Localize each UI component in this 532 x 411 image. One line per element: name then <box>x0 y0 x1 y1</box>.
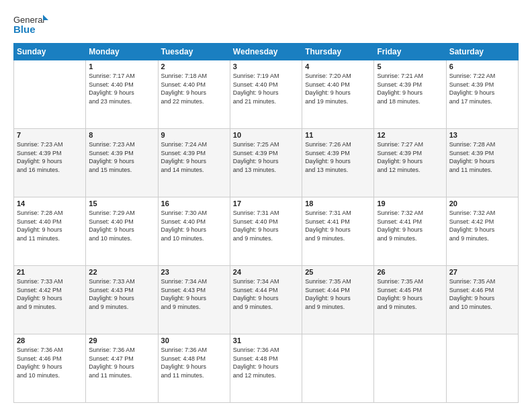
day-number: 29 <box>89 336 154 345</box>
day-info: Sunrise: 7:31 AMSunset: 4:40 PMDaylight:… <box>233 209 299 242</box>
calendar-cell: 3Sunrise: 7:19 AMSunset: 4:40 PMDaylight… <box>230 60 302 129</box>
weekday-header-thursday: Thursday <box>302 44 374 60</box>
day-info: Sunrise: 7:20 AMSunset: 4:40 PMDaylight:… <box>305 72 371 105</box>
day-number: 6 <box>449 62 515 71</box>
day-number: 18 <box>305 199 371 208</box>
day-info: Sunrise: 7:30 AMSunset: 4:40 PMDaylight:… <box>161 209 227 242</box>
header: General Blue <box>13 12 519 38</box>
day-info: Sunrise: 7:35 AMSunset: 4:46 PMDaylight:… <box>449 277 515 311</box>
day-number: 11 <box>305 131 371 139</box>
day-info: Sunrise: 7:31 AMSunset: 4:41 PMDaylight:… <box>305 209 371 242</box>
day-info: Sunrise: 7:36 AMSunset: 4:48 PMDaylight:… <box>161 346 227 379</box>
day-info: Sunrise: 7:36 AMSunset: 4:46 PMDaylight:… <box>17 346 83 379</box>
day-number: 16 <box>161 199 227 208</box>
day-info: Sunrise: 7:36 AMSunset: 4:47 PMDaylight:… <box>89 346 154 379</box>
calendar-week-row: 21Sunrise: 7:33 AMSunset: 4:42 PMDayligh… <box>14 266 519 334</box>
day-number: 23 <box>161 268 227 276</box>
day-number: 28 <box>17 336 83 345</box>
weekday-header-tuesday: Tuesday <box>158 44 230 60</box>
calendar-cell: 25Sunrise: 7:35 AMSunset: 4:44 PMDayligh… <box>302 266 374 334</box>
calendar-week-row: 14Sunrise: 7:28 AMSunset: 4:40 PMDayligh… <box>14 197 519 266</box>
calendar-cell: 2Sunrise: 7:18 AMSunset: 4:40 PMDaylight… <box>158 60 230 129</box>
weekday-header-saturday: Saturday <box>446 44 518 60</box>
day-number: 17 <box>233 199 299 208</box>
day-number: 31 <box>233 336 299 345</box>
calendar-cell: 13Sunrise: 7:28 AMSunset: 4:39 PMDayligh… <box>446 129 518 197</box>
svg-text:Blue: Blue <box>13 24 36 35</box>
calendar-cell: 20Sunrise: 7:32 AMSunset: 4:42 PMDayligh… <box>446 197 518 266</box>
day-number: 15 <box>89 199 154 208</box>
calendar-table: SundayMondayTuesdayWednesdayThursdayFrid… <box>13 43 519 403</box>
day-number: 20 <box>449 199 515 208</box>
day-number: 5 <box>377 62 443 71</box>
day-info: Sunrise: 7:32 AMSunset: 4:42 PMDaylight:… <box>449 209 515 242</box>
day-number: 4 <box>305 62 371 71</box>
logo: General Blue <box>13 12 50 38</box>
page: General Blue SundayMondayTuesdayWednesda… <box>0 0 532 411</box>
svg-marker-2 <box>43 15 48 20</box>
calendar-cell: 24Sunrise: 7:34 AMSunset: 4:44 PMDayligh… <box>230 266 302 334</box>
calendar-cell: 10Sunrise: 7:25 AMSunset: 4:39 PMDayligh… <box>230 129 302 197</box>
calendar-cell: 18Sunrise: 7:31 AMSunset: 4:41 PMDayligh… <box>302 197 374 266</box>
calendar-cell <box>14 60 86 129</box>
calendar-cell: 17Sunrise: 7:31 AMSunset: 4:40 PMDayligh… <box>230 197 302 266</box>
calendar-cell: 19Sunrise: 7:32 AMSunset: 4:41 PMDayligh… <box>374 197 446 266</box>
calendar-cell: 22Sunrise: 7:33 AMSunset: 4:43 PMDayligh… <box>86 266 158 334</box>
weekday-header-sunday: Sunday <box>14 44 86 60</box>
day-info: Sunrise: 7:18 AMSunset: 4:40 PMDaylight:… <box>161 72 227 105</box>
weekday-header-friday: Friday <box>374 44 446 60</box>
day-number: 21 <box>17 268 83 276</box>
day-info: Sunrise: 7:17 AMSunset: 4:40 PMDaylight:… <box>89 72 154 105</box>
calendar-cell: 1Sunrise: 7:17 AMSunset: 4:40 PMDaylight… <box>86 60 158 129</box>
calendar-week-row: 28Sunrise: 7:36 AMSunset: 4:46 PMDayligh… <box>14 334 519 403</box>
day-number: 3 <box>233 62 299 71</box>
calendar-cell: 15Sunrise: 7:29 AMSunset: 4:40 PMDayligh… <box>86 197 158 266</box>
day-number: 22 <box>89 268 154 276</box>
day-info: Sunrise: 7:29 AMSunset: 4:40 PMDaylight:… <box>89 209 154 242</box>
day-info: Sunrise: 7:33 AMSunset: 4:43 PMDaylight:… <box>89 277 154 311</box>
day-number: 30 <box>161 336 227 345</box>
day-info: Sunrise: 7:25 AMSunset: 4:39 PMDaylight:… <box>233 140 299 174</box>
day-number: 25 <box>305 268 371 276</box>
weekday-header-wednesday: Wednesday <box>230 44 302 60</box>
day-info: Sunrise: 7:21 AMSunset: 4:39 PMDaylight:… <box>377 72 443 105</box>
day-number: 27 <box>449 268 515 276</box>
day-info: Sunrise: 7:34 AMSunset: 4:43 PMDaylight:… <box>161 277 227 311</box>
calendar-cell <box>374 334 446 403</box>
day-info: Sunrise: 7:36 AMSunset: 4:48 PMDaylight:… <box>233 346 299 379</box>
calendar-cell: 21Sunrise: 7:33 AMSunset: 4:42 PMDayligh… <box>14 266 86 334</box>
calendar-cell: 4Sunrise: 7:20 AMSunset: 4:40 PMDaylight… <box>302 60 374 129</box>
calendar-cell: 31Sunrise: 7:36 AMSunset: 4:48 PMDayligh… <box>230 334 302 403</box>
calendar-cell: 11Sunrise: 7:26 AMSunset: 4:39 PMDayligh… <box>302 129 374 197</box>
calendar-cell: 5Sunrise: 7:21 AMSunset: 4:39 PMDaylight… <box>374 60 446 129</box>
day-info: Sunrise: 7:23 AMSunset: 4:39 PMDaylight:… <box>17 140 83 174</box>
day-info: Sunrise: 7:35 AMSunset: 4:44 PMDaylight:… <box>305 277 371 311</box>
day-number: 2 <box>161 62 227 71</box>
day-number: 14 <box>17 199 83 208</box>
calendar-cell: 29Sunrise: 7:36 AMSunset: 4:47 PMDayligh… <box>86 334 158 403</box>
calendar-cell: 27Sunrise: 7:35 AMSunset: 4:46 PMDayligh… <box>446 266 518 334</box>
day-info: Sunrise: 7:35 AMSunset: 4:45 PMDaylight:… <box>377 277 443 311</box>
calendar-week-row: 7Sunrise: 7:23 AMSunset: 4:39 PMDaylight… <box>14 129 519 197</box>
day-info: Sunrise: 7:26 AMSunset: 4:39 PMDaylight:… <box>305 140 371 174</box>
calendar-cell: 6Sunrise: 7:22 AMSunset: 4:39 PMDaylight… <box>446 60 518 129</box>
calendar-cell: 9Sunrise: 7:24 AMSunset: 4:39 PMDaylight… <box>158 129 230 197</box>
day-info: Sunrise: 7:19 AMSunset: 4:40 PMDaylight:… <box>233 72 299 105</box>
day-info: Sunrise: 7:32 AMSunset: 4:41 PMDaylight:… <box>377 209 443 242</box>
day-number: 12 <box>377 131 443 139</box>
calendar-cell: 16Sunrise: 7:30 AMSunset: 4:40 PMDayligh… <box>158 197 230 266</box>
day-number: 7 <box>17 131 83 139</box>
day-number: 9 <box>161 131 227 139</box>
day-number: 8 <box>89 131 154 139</box>
day-number: 1 <box>89 62 154 71</box>
day-number: 24 <box>233 268 299 276</box>
calendar-cell <box>446 334 518 403</box>
logo-svg: General Blue <box>13 12 50 38</box>
day-number: 10 <box>233 131 299 139</box>
calendar-cell <box>302 334 374 403</box>
day-info: Sunrise: 7:28 AMSunset: 4:39 PMDaylight:… <box>449 140 515 174</box>
calendar-cell: 28Sunrise: 7:36 AMSunset: 4:46 PMDayligh… <box>14 334 86 403</box>
day-info: Sunrise: 7:23 AMSunset: 4:39 PMDaylight:… <box>89 140 154 174</box>
day-info: Sunrise: 7:34 AMSunset: 4:44 PMDaylight:… <box>233 277 299 311</box>
calendar-cell: 14Sunrise: 7:28 AMSunset: 4:40 PMDayligh… <box>14 197 86 266</box>
